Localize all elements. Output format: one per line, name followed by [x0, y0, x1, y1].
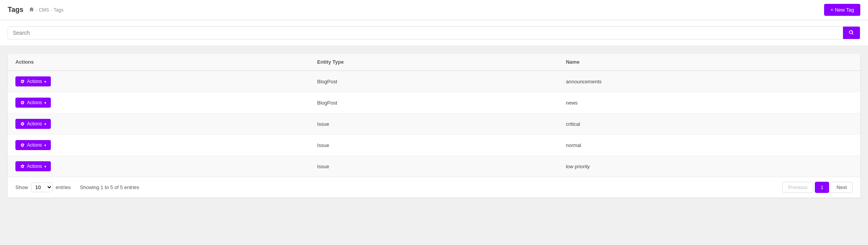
table-container: Actions Entity Type Name Actions ▾ BlogP…	[8, 54, 860, 198]
actions-button[interactable]: Actions ▾	[15, 140, 51, 150]
actions-cell: Actions ▾	[8, 113, 310, 135]
new-tag-button[interactable]: + New Tag	[824, 4, 860, 16]
name-cell: news	[558, 92, 860, 113]
name-cell: announcements	[558, 71, 860, 92]
actions-cell: Actions ▾	[8, 135, 310, 156]
home-icon	[29, 7, 34, 12]
breadcrumb-sep-1: ›	[36, 7, 37, 13]
actions-button[interactable]: Actions ▾	[15, 98, 51, 108]
breadcrumb-sep-2: ›	[50, 7, 52, 13]
gear-icon	[20, 143, 25, 147]
gear-icon	[20, 164, 25, 169]
header-left: Tags › CMS › Tags	[8, 6, 64, 14]
actions-button[interactable]: Actions ▾	[15, 119, 51, 129]
showing-text: Showing 1 to 5 of 5 entries	[80, 184, 139, 190]
actions-cell: Actions ▾	[8, 92, 310, 113]
entity-type-cell: BlogPost	[310, 92, 558, 113]
col-actions: Actions	[8, 54, 310, 71]
name-cell: critical	[558, 113, 860, 135]
page-1-button[interactable]: 1	[815, 182, 829, 193]
tags-table: Actions Entity Type Name Actions ▾ BlogP…	[8, 54, 860, 177]
caret-icon: ▾	[44, 143, 46, 147]
caret-icon: ▾	[44, 122, 46, 126]
table-row: Actions ▾ BlogPostnews	[8, 92, 860, 113]
actions-cell: Actions ▾	[8, 71, 310, 92]
header-row: Actions Entity Type Name	[8, 54, 860, 71]
actions-button[interactable]: Actions ▾	[15, 76, 51, 86]
table-row: Actions ▾ BlogPostannouncements	[8, 71, 860, 92]
table-header: Actions Entity Type Name	[8, 54, 860, 71]
gear-icon	[20, 79, 25, 84]
show-label: Show	[15, 184, 28, 190]
col-entity-type: Entity Type	[310, 54, 558, 71]
search-icon	[848, 30, 855, 36]
entries-select[interactable]: 10 25 50 100	[31, 182, 53, 192]
breadcrumb-cms[interactable]: CMS	[39, 7, 49, 13]
caret-icon: ▾	[44, 101, 46, 105]
table-body: Actions ▾ BlogPostannouncements Actions …	[8, 71, 860, 177]
name-cell: low priority	[558, 156, 860, 177]
breadcrumb: › CMS › Tags	[29, 7, 64, 13]
gear-icon	[20, 100, 25, 105]
search-section	[0, 20, 868, 46]
page-title: Tags	[8, 6, 23, 14]
table-row: Actions ▾ Issuenormal	[8, 135, 860, 156]
next-button[interactable]: Next	[831, 182, 853, 193]
actions-button[interactable]: Actions ▾	[15, 161, 51, 171]
previous-button[interactable]: Previous	[782, 182, 813, 193]
col-name: Name	[558, 54, 860, 71]
breadcrumb-home-link[interactable]	[29, 7, 34, 13]
entries-label: entries	[56, 184, 71, 190]
main-content: Actions Entity Type Name Actions ▾ BlogP…	[0, 46, 868, 205]
breadcrumb-tags: Tags	[54, 7, 63, 13]
table-row: Actions ▾ Issuelow priority	[8, 156, 860, 177]
search-input[interactable]	[8, 27, 843, 39]
search-button[interactable]	[843, 27, 860, 39]
entity-type-cell: Issue	[310, 156, 558, 177]
name-cell: normal	[558, 135, 860, 156]
gear-icon	[20, 122, 25, 126]
pagination: Previous 1 Next	[782, 182, 853, 193]
search-wrapper	[8, 26, 860, 39]
caret-icon: ▾	[44, 164, 46, 169]
entity-type-cell: BlogPost	[310, 71, 558, 92]
entity-type-cell: Issue	[310, 113, 558, 135]
entity-type-cell: Issue	[310, 135, 558, 156]
caret-icon: ▾	[44, 79, 46, 84]
page-header: Tags › CMS › Tags + New Tag	[0, 0, 868, 20]
show-entries: Show 10 25 50 100 entries	[15, 182, 71, 192]
table-row: Actions ▾ Issuecritical	[8, 113, 860, 135]
actions-cell: Actions ▾	[8, 156, 310, 177]
table-footer: Show 10 25 50 100 entries Showing 1 to 5…	[8, 177, 860, 198]
